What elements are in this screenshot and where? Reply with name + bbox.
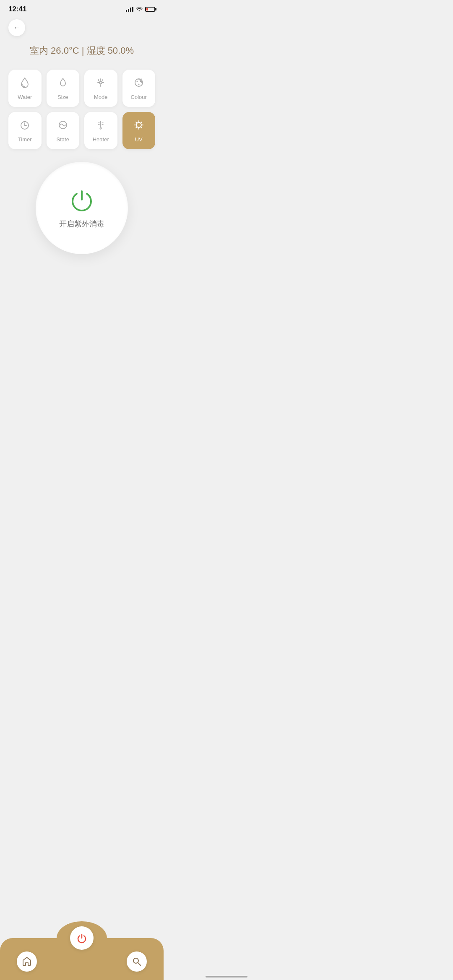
power-text: 开启紫外消毒 [59,219,104,229]
size-label: Size [57,94,68,100]
colour-icon [133,76,145,91]
power-circle[interactable]: 开启紫外消毒 [36,162,128,254]
state-button[interactable]: State [47,112,80,149]
back-arrow-icon: ← [13,24,20,31]
grid-row-1: Water Size Mode [0,70,164,107]
colour-label: Colour [131,94,147,100]
svg-line-29 [136,127,137,128]
mode-label: Mode [94,94,108,100]
svg-line-28 [141,122,142,123]
svg-point-8 [136,81,138,82]
signal-icon [126,7,133,12]
heater-button[interactable]: Heater [84,112,117,149]
heater-icon [94,119,107,133]
svg-point-9 [140,81,141,82]
wifi-icon [136,6,143,13]
svg-point-21 [136,122,141,127]
timer-button[interactable]: Timer [8,112,42,149]
state-icon [57,119,69,133]
status-time: 12:41 [8,5,26,13]
svg-line-26 [136,122,137,123]
state-label: State [57,136,69,143]
colour-button[interactable]: Colour [122,70,156,107]
svg-line-27 [141,127,142,128]
size-button[interactable]: Size [47,70,80,107]
power-circle-container: 开启紫外消毒 [0,162,164,254]
mode-button[interactable]: Mode [84,70,117,107]
uv-label: UV [135,136,143,143]
power-circle-icon [69,187,94,212]
svg-point-10 [138,84,139,85]
timer-label: Timer [18,136,32,143]
heater-label: Heater [93,136,109,143]
temp-humidity-display: 室内 26.0°C | 湿度 50.0% [0,44,164,57]
svg-point-4 [99,81,102,84]
status-bar: 12:41 [0,0,164,16]
uv-icon [133,119,145,133]
mode-icon [94,76,107,91]
timer-icon [18,119,31,133]
uv-button[interactable]: UV [122,112,156,149]
water-icon [18,76,31,91]
grid-row-2: Timer State Heater [0,112,164,149]
water-label: Water [18,94,32,100]
back-button[interactable]: ← [8,19,25,36]
size-icon [57,76,69,91]
status-icons [126,6,155,13]
battery-icon [145,7,155,12]
water-button[interactable]: Water [8,70,42,107]
